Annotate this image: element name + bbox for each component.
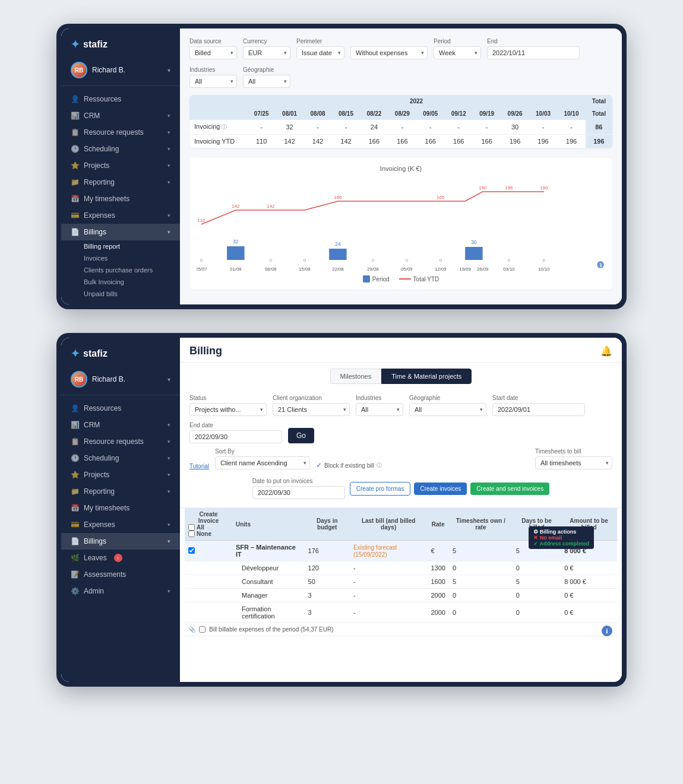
bf-status-select[interactable]: Projects witho... — [189, 403, 267, 416]
bell-icon[interactable]: 🔔 — [600, 345, 612, 357]
dev-amount-cell: 0 € — [561, 561, 617, 575]
cell-invoicing-2: - — [303, 120, 331, 135]
tutorial-link[interactable]: Tutorial — [189, 463, 209, 469]
bf-sort-select[interactable]: Client name Ascending — [215, 456, 310, 469]
billings-icon: 📄 — [71, 228, 79, 236]
crm-arrow: ▾ — [167, 113, 170, 119]
sidebar-item-scheduling[interactable]: 🕐 Scheduling ▾ — [61, 141, 180, 157]
table-row: Manager 3 - 2000 0 0 0 € — [185, 589, 617, 602]
sidebar-item-reporting[interactable]: 📁 Reporting ▾ — [61, 174, 180, 191]
without-expenses-wrapper: Without expenses — [350, 46, 428, 59]
projects-icon: ⭐ — [71, 161, 79, 170]
billable-expenses-checkbox[interactable] — [199, 626, 205, 633]
bf-industries: Industries All — [356, 395, 403, 416]
datasource-select-wrapper: Billed — [189, 46, 237, 59]
sidebar2-nav: 👤 Ressources 📊 CRM ▾ 📋 Resource requests… — [61, 395, 180, 682]
currency-select[interactable]: EUR — [243, 46, 290, 59]
col-0912: 09/12 — [445, 107, 473, 120]
sidebar-item-ressources[interactable]: 👤 Ressources — [61, 91, 180, 107]
go-button[interactable]: Go — [288, 428, 314, 443]
tablet2-screen: ✦ stafiz RB Richard B. ▾ 👤 Ressources — [61, 338, 622, 682]
sched2-icon: 🕐 — [71, 454, 79, 462]
sidebar2-item-timesheets[interactable]: 📅 My timesheets — [61, 500, 180, 516]
sidebar-item-projects[interactable]: ⭐ Projects ▾ — [61, 157, 180, 174]
create-invoices-button[interactable]: Create invoices — [414, 483, 467, 495]
create-pro-formas-button[interactable]: Create pro formas — [350, 482, 411, 496]
cell-invoicing-0: - — [247, 120, 275, 135]
bf-date-invoices-input[interactable] — [252, 486, 345, 499]
bf-geo-select[interactable]: All — [409, 403, 486, 416]
period-select[interactable]: Week — [434, 46, 481, 59]
perimeter-select[interactable]: Issue date — [296, 46, 344, 59]
sfr-checkbox[interactable] — [188, 547, 195, 554]
sidebar2-item-leaves[interactable]: 🌿 Leaves ! — [61, 550, 180, 566]
tab-milestones[interactable]: Milestones — [330, 369, 382, 384]
sidebar2-item-assessments[interactable]: 📝 Assessments — [61, 566, 180, 583]
bf-timesheets-select[interactable]: All timesheets — [535, 456, 612, 469]
sidebar-subitem-billing-report[interactable]: Billing report — [61, 240, 180, 252]
sidebar-subitem-client-po[interactable]: Clients purchase orders — [61, 264, 180, 276]
ts2-icon: 📅 — [71, 504, 79, 512]
sidebar2-item-projects[interactable]: ⭐ Projects ▾ — [61, 466, 180, 483]
none-checkbox-label[interactable]: None — [188, 531, 211, 537]
col-1003: 10/03 — [529, 107, 557, 120]
x-label-0108: 01/08 — [230, 266, 242, 272]
without-expenses-select[interactable]: Without expenses — [350, 46, 428, 59]
create-send-invoices-button[interactable]: Create and send invoices — [470, 483, 549, 495]
all-checkbox[interactable] — [188, 524, 195, 531]
sidebar2-item-billings[interactable]: 📄 Billings ▾ — [61, 533, 180, 550]
rep2-arrow: ▾ — [167, 488, 170, 494]
sidebar-item-resource-requests[interactable]: 📋 Resource requests ▾ — [61, 124, 180, 141]
sidebar2-item-expenses[interactable]: 💳 Expenses ▾ — [61, 516, 180, 533]
industries-select[interactable]: All — [189, 75, 237, 88]
form-units-cell: 3 — [305, 602, 350, 623]
sidebar2-item-reporting[interactable]: 📁 Reporting ▾ — [61, 483, 180, 500]
x-label-2609: 26/09 — [477, 266, 489, 272]
sidebar2-item-scheduling[interactable]: 🕐 Scheduling ▾ — [61, 450, 180, 466]
sidebar2-item-ressources[interactable]: 👤 Ressources — [61, 400, 180, 417]
sidebar-item-expenses[interactable]: 💳 Expenses ▾ — [61, 207, 180, 224]
cons-rate-cell: 1600 — [427, 575, 448, 589]
cell-invoicing-4: 24 — [360, 120, 388, 135]
sidebar-item-crm[interactable]: 📊 CRM ▾ — [61, 107, 180, 124]
without-expenses-label — [350, 38, 428, 45]
x-label-0509: 05/09 — [401, 266, 413, 272]
bar-label-0509: 0 — [406, 258, 409, 263]
datasource-select[interactable]: Billed — [189, 46, 237, 59]
cell-ytd-1: 142 — [276, 135, 303, 148]
billable-expenses-label[interactable]: 📎 Bill billable expenses of the period (… — [188, 626, 614, 633]
x-label-1508: 15/08 — [299, 266, 311, 272]
block-if-existing-checkbox[interactable]: ✓ Block if existing bill ⓘ — [316, 461, 382, 469]
bf-industries-select[interactable]: All — [356, 403, 403, 416]
bar-label-2908: 0 — [372, 258, 375, 263]
sidebar2-user[interactable]: RB Richard B. ▾ — [61, 366, 180, 395]
sfr-checkbox-cell[interactable] — [185, 541, 232, 561]
sidebar1-user[interactable]: RB Richard B. ▾ — [61, 57, 180, 86]
none-checkbox[interactable] — [188, 531, 195, 537]
geographie-select[interactable]: All — [243, 75, 290, 88]
x-label-0808: 08/08 — [265, 266, 277, 272]
sidebar-item-timesheets[interactable]: 📅 My timesheets — [61, 191, 180, 207]
tab-time-material[interactable]: Time & Material projects — [381, 369, 472, 384]
bf-end-input[interactable] — [189, 430, 282, 443]
cons-days-cell: 5 — [513, 575, 561, 589]
end-date-input[interactable] — [487, 46, 580, 59]
sidebar-subitem-unpaid-bills[interactable]: Unpaid bills — [61, 288, 180, 300]
assess2-label: Assessments — [84, 570, 126, 579]
bf-start-input[interactable] — [492, 403, 585, 416]
sidebar-item-billings[interactable]: 📄 Billings ▾ — [61, 224, 180, 240]
sidebar-subitem-bulk-invoicing[interactable]: Bulk Invoicing — [61, 276, 180, 288]
sidebar2-item-crm[interactable]: 📊 CRM ▾ — [61, 417, 180, 433]
sidebar2-item-rr[interactable]: 📋 Resource requests ▾ — [61, 433, 180, 450]
bf-client-select[interactable]: 21 Clients — [273, 403, 350, 416]
billings-label: Billings — [84, 228, 106, 236]
info-button2[interactable]: ℹ — [602, 626, 612, 636]
sched2-label: Scheduling — [84, 454, 119, 462]
sidebar-subitem-invoices[interactable]: Invoices — [61, 252, 180, 264]
bar-label-2208: 24 — [335, 241, 341, 247]
billable-expenses-cell: 📎 Bill billable expenses of the period (… — [185, 623, 617, 636]
all-checkbox-label[interactable]: All — [188, 524, 204, 531]
perimeter-label: Perimeter — [296, 38, 344, 45]
action-buttons: Create pro formas Create invoices Create… — [350, 482, 549, 496]
sidebar2-item-admin[interactable]: ⚙️ Admin ▾ — [61, 583, 180, 599]
